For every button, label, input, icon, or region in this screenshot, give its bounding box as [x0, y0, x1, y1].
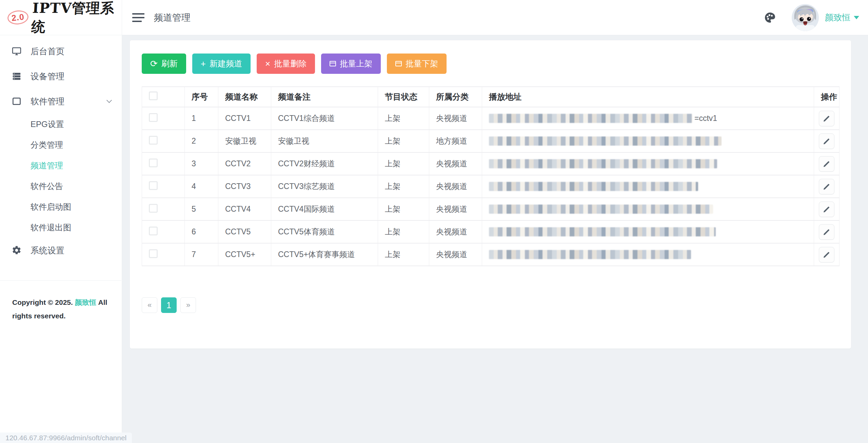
cell-actions: [814, 198, 840, 220]
cell-status: 上架: [378, 198, 429, 220]
cell-channel-name: CCTV1: [218, 107, 271, 130]
pencil-icon: [823, 183, 831, 191]
cell-category: 央视频道: [429, 198, 482, 220]
pagination: « 1 »: [142, 297, 839, 313]
pagination-page-1[interactable]: 1: [161, 297, 177, 313]
url-visible-suffix: =cctv1: [694, 114, 717, 123]
pencil-icon: [823, 160, 831, 168]
pencil-icon: [823, 205, 831, 213]
masked-url: [489, 159, 717, 168]
cell-category: 央视频道: [429, 175, 482, 198]
table-row: 5CCTV4CCTV4国际频道上架央视频道: [142, 198, 840, 220]
cell-channel-note: CCTV3综艺频道: [271, 175, 378, 198]
button-label: 批量删除: [274, 58, 307, 69]
plus-action-button[interactable]: +新建频道: [192, 54, 251, 74]
cell-status: 上架: [378, 220, 429, 243]
cell-channel-name: CCTV2: [218, 152, 271, 175]
box-action-button[interactable]: 批量下架: [387, 54, 447, 74]
channel-table: 序号频道名称频道备注节目状态所属分类播放地址操作 1CCTV1CCTV1综合频道…: [142, 86, 840, 266]
column-header: 序号: [185, 87, 218, 107]
cell-actions: [814, 130, 840, 152]
table-row: 1CCTV1CCTV1综合频道上架央视频道=cctv1: [142, 107, 840, 130]
cell-channel-note: CCTV1综合频道: [271, 107, 378, 130]
row-checkbox[interactable]: [149, 159, 158, 167]
cell-channel-note: CCTV5体育频道: [271, 220, 378, 243]
row-checkbox[interactable]: [149, 204, 158, 213]
sidebar-menu: 后台首页 设备管理 软件管理EPG设置分类管理频道管理软件公告软件启动图软件退出…: [0, 35, 122, 263]
version-badge: 2.0: [7, 9, 29, 25]
cell-channel-note: CCTV2财经频道: [271, 152, 378, 175]
copyright-prefix: Copyright © 2025.: [12, 298, 73, 306]
cell-channel-name: CCTV3: [218, 175, 271, 198]
masked-url: [489, 136, 722, 146]
sidebar-item-monitor[interactable]: 后台首页: [0, 39, 122, 64]
cell-category: 央视频道: [429, 243, 482, 266]
cell-actions: [814, 152, 840, 175]
server-icon: [12, 71, 22, 81]
row-checkbox[interactable]: [149, 249, 158, 258]
table-header-row: 序号频道名称频道备注节目状态所属分类播放地址操作: [142, 87, 840, 107]
cell-index: 3: [185, 152, 218, 175]
row-checkbox[interactable]: [149, 181, 158, 190]
copyright-owner-link[interactable]: 颜致恒: [75, 298, 96, 306]
edit-channel-button[interactable]: [819, 224, 834, 240]
button-label: 批量上架: [340, 58, 372, 69]
pencil-icon: [823, 251, 831, 259]
cell-play-url: [482, 152, 814, 175]
submenu-item[interactable]: 分类管理: [0, 134, 122, 155]
caret-down-icon: [854, 16, 859, 19]
cell-index: 6: [185, 220, 218, 243]
cell-play-url: =cctv1: [482, 107, 814, 130]
cell-channel-name: CCTV5+: [218, 243, 271, 266]
cell-channel-note: CCTV5+体育赛事频道: [271, 243, 378, 266]
cell-index: 7: [185, 243, 218, 266]
edit-channel-button[interactable]: [819, 247, 834, 262]
sidebar-footer: Copyright © 2025. 颜致恒 All rights reserve…: [0, 280, 121, 323]
edit-channel-button[interactable]: [819, 202, 834, 217]
cell-actions: [814, 107, 840, 130]
theme-palette-icon[interactable]: [763, 10, 777, 25]
pagination-next-button[interactable]: »: [180, 297, 196, 313]
box-action-button[interactable]: 批量上架: [321, 54, 381, 74]
refresh-action-button[interactable]: ⟳刷新: [142, 54, 186, 74]
sidebar-item-window[interactable]: 软件管理: [0, 89, 122, 114]
app-logo[interactable]: 2.0 IPTV管理系统: [0, 0, 122, 35]
menu-toggle-icon[interactable]: [132, 13, 144, 22]
box-icon: [395, 61, 402, 66]
user-menu[interactable]: 颜致恒: [825, 12, 859, 23]
masked-url: [489, 250, 691, 259]
edit-channel-button[interactable]: [819, 156, 834, 172]
channel-card: ⟳刷新+新建频道×批量删除批量上架批量下架 序号频道名称频道备注节目状态所属分类…: [130, 40, 851, 349]
user-avatar[interactable]: [792, 4, 819, 31]
cell-play-url: [482, 243, 814, 266]
sidebar-item-server[interactable]: 设备管理: [0, 64, 122, 89]
main-content: ⟳刷新+新建频道×批量删除批量上架批量下架 序号频道名称频道备注节目状态所属分类…: [122, 35, 868, 443]
edit-channel-button[interactable]: [819, 133, 834, 149]
cell-play-url: [482, 198, 814, 220]
select-all-checkbox[interactable]: [149, 91, 158, 100]
row-checkbox[interactable]: [149, 227, 158, 235]
username-text: 颜致恒: [825, 12, 850, 23]
row-checkbox[interactable]: [149, 113, 158, 122]
submenu-item[interactable]: 软件启动图: [0, 196, 122, 217]
cell-actions: [814, 243, 840, 266]
close-action-button[interactable]: ×批量删除: [257, 54, 315, 74]
cell-play-url: [482, 130, 814, 152]
sidebar-item-gear[interactable]: 系统设置: [0, 238, 122, 263]
submenu-item[interactable]: EPG设置: [0, 114, 122, 134]
submenu-item[interactable]: 软件公告: [0, 176, 122, 196]
topbar: 频道管理: [122, 0, 868, 35]
cell-channel-name: 安徽卫视: [218, 130, 271, 152]
sidebar-item-label: 系统设置: [31, 245, 112, 256]
button-label: 刷新: [161, 58, 178, 69]
column-header: 频道名称: [218, 87, 271, 107]
edit-channel-button[interactable]: [819, 179, 834, 194]
pencil-icon: [823, 114, 831, 123]
row-checkbox[interactable]: [149, 136, 158, 145]
edit-channel-button[interactable]: [819, 111, 834, 126]
refresh-icon: ⟳: [150, 59, 158, 68]
pagination-prev-button[interactable]: «: [142, 297, 157, 313]
submenu-item[interactable]: 软件退出图: [0, 217, 122, 238]
submenu-item[interactable]: 频道管理: [0, 155, 122, 176]
cell-status: 上架: [378, 152, 429, 175]
